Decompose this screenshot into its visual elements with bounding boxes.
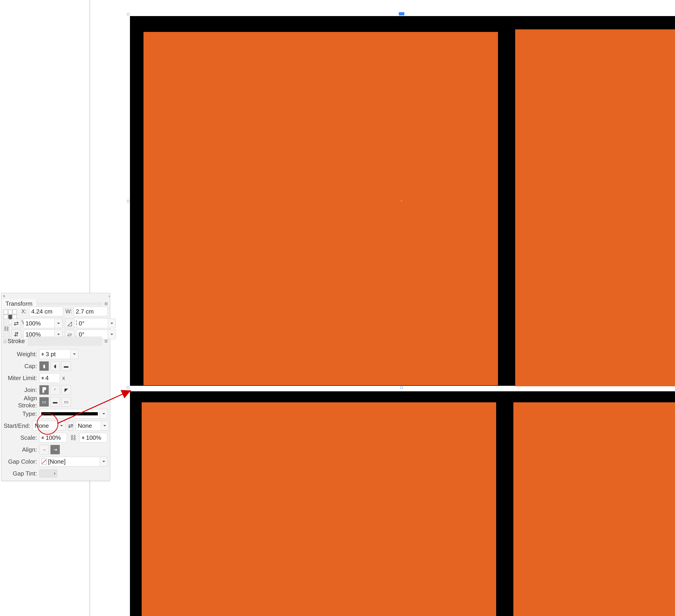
scale-end-input[interactable] xyxy=(80,433,107,443)
align-center-icon[interactable]: ▭ xyxy=(39,397,49,407)
gap-tint-label: Gap Tint: xyxy=(4,470,37,477)
startend-label: Start/End: xyxy=(4,422,30,430)
panel-top-bar[interactable]: × ‹‹ xyxy=(1,293,110,299)
stroke-tab-spacer xyxy=(27,336,102,346)
stroke-menu-icon[interactable]: ≡ xyxy=(102,337,110,345)
handle-tl[interactable] xyxy=(127,13,129,15)
scale-link-icon[interactable]: ⛓ xyxy=(69,433,77,443)
x-input[interactable] xyxy=(29,307,63,316)
gap-color-label: Gap Color: xyxy=(4,458,37,465)
arrow-align-tip-icon[interactable]: → xyxy=(39,445,49,454)
miter-suffix: x xyxy=(62,375,65,381)
rotate-dropdown[interactable] xyxy=(108,319,116,328)
align-arrow-label: Align: xyxy=(4,446,37,453)
stroke-header[interactable]: ◇ Stroke ≡ xyxy=(1,336,110,346)
cap-butt-icon[interactable]: ▮ xyxy=(39,361,49,371)
flip-h-icon xyxy=(11,319,21,328)
x-label: X: xyxy=(21,308,27,315)
weight-dropdown[interactable] xyxy=(71,349,78,359)
close-icon[interactable]: × xyxy=(3,294,5,299)
align-stroke-label: Align Stroke: xyxy=(4,395,37,409)
scale-x-input[interactable] xyxy=(23,319,55,328)
selected-object[interactable] xyxy=(128,14,675,388)
svg-line-0 xyxy=(57,390,131,424)
cap-round-icon[interactable]: ◖ xyxy=(50,361,60,371)
w-input[interactable] xyxy=(74,307,108,316)
w-label: W: xyxy=(65,308,71,315)
miter-label: Miter Limit: xyxy=(4,375,37,382)
weight-label: Weight: xyxy=(4,351,37,358)
cell-bot-left xyxy=(142,402,496,616)
annotation-circle xyxy=(37,413,58,435)
weight-input[interactable] xyxy=(39,349,71,359)
constrain-proportions-icon[interactable]: ⛓ xyxy=(4,319,9,339)
gap-tint-slider[interactable] xyxy=(39,470,57,477)
center-point xyxy=(401,200,402,202)
object-row2[interactable] xyxy=(130,391,675,616)
handle-bl[interactable] xyxy=(127,386,129,389)
handle-bc[interactable] xyxy=(400,386,403,389)
arrow-align-extend-icon[interactable]: ⇥ xyxy=(50,445,60,454)
tab-spacer xyxy=(37,303,102,305)
handle-tc[interactable] xyxy=(399,12,404,15)
gap-color-select[interactable] xyxy=(39,457,100,466)
miter-input[interactable] xyxy=(39,373,60,383)
join-miter-icon[interactable]: ▛ xyxy=(39,385,49,395)
properties-panel[interactable]: × ‹‹ Transform ≡ X: W: Y: H: xyxy=(1,293,110,481)
rotate-icon xyxy=(65,319,74,328)
stroke-title: Stroke xyxy=(8,337,25,345)
annotation-arrow xyxy=(57,389,133,424)
cap-projecting-icon[interactable]: ▬ xyxy=(61,361,71,371)
join-label: Join: xyxy=(4,386,37,394)
none-swatch-icon xyxy=(41,459,47,465)
scale-start-input[interactable] xyxy=(39,433,67,443)
cell-bot-right xyxy=(513,402,675,616)
selection-bounds xyxy=(128,14,675,388)
caret-icon: ◇ xyxy=(3,338,7,344)
rotate-input[interactable] xyxy=(77,319,108,328)
cap-label: Cap: xyxy=(4,363,37,370)
type-label: Type: xyxy=(4,410,37,417)
transform-section: X: W: Y: H: ⛓ xyxy=(1,309,110,336)
scale-label: Scale: xyxy=(4,434,37,441)
handle-ml[interactable] xyxy=(127,200,129,202)
gap-color-dropdown[interactable] xyxy=(100,457,108,466)
panel-menu-icon[interactable]: ≡ xyxy=(102,300,110,307)
scale-x-dropdown[interactable] xyxy=(55,319,63,328)
